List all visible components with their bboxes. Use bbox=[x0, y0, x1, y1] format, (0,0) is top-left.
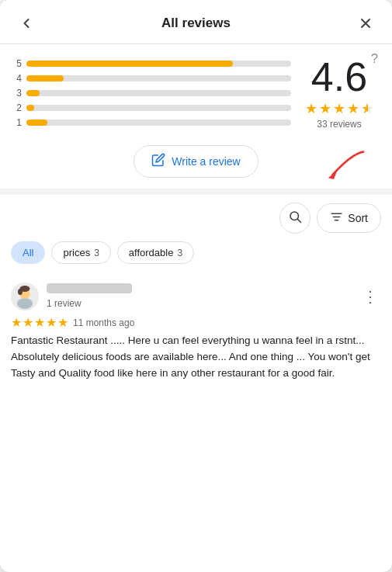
reviewer-sub: 1 review bbox=[47, 298, 82, 309]
score-stars: ★ ★ ★ ★ ★ ★ bbox=[305, 100, 373, 117]
avatar bbox=[11, 283, 39, 310]
write-review-button[interactable]: Write a review bbox=[134, 145, 258, 178]
sort-icon bbox=[330, 210, 343, 226]
svg-point-12 bbox=[18, 289, 23, 295]
bar-row-2: 2 bbox=[14, 102, 291, 113]
star-4: ★ bbox=[347, 100, 359, 117]
review-item: 1 review ⋮ ★ ★ ★ ★ ★ 11 months ago Fanta… bbox=[11, 276, 381, 388]
bar-track-3 bbox=[26, 90, 291, 96]
close-button[interactable] bbox=[353, 11, 378, 36]
search-icon bbox=[288, 210, 302, 227]
reviewer-name-blurred bbox=[47, 283, 132, 293]
bar-label-5: 5 bbox=[14, 58, 22, 69]
bar-fill-1 bbox=[26, 120, 47, 126]
bar-row-1: 1 bbox=[14, 117, 291, 128]
bar-fill-5 bbox=[26, 61, 233, 67]
star-3: ★ bbox=[333, 100, 345, 117]
r-star-2: ★ bbox=[23, 315, 33, 330]
reviews-count: 33 reviews bbox=[317, 119, 361, 130]
svg-point-9 bbox=[17, 298, 33, 309]
sort-label: Sort bbox=[348, 212, 368, 224]
chip-label-affordable: affordable bbox=[129, 247, 174, 258]
r-star-5: ★ bbox=[57, 315, 68, 330]
bar-track-2 bbox=[26, 105, 291, 111]
star-1: ★ bbox=[305, 100, 317, 117]
write-review-label: Write a review bbox=[172, 155, 240, 168]
filter-chip-prices[interactable]: prices 3 bbox=[51, 241, 110, 264]
review-text: Fantastic Restaurant ..... Here u can fe… bbox=[11, 333, 381, 382]
filter-chips: All prices 3 affordable 3 bbox=[0, 238, 392, 272]
sort-button[interactable]: Sort bbox=[317, 203, 381, 233]
score-column: 4.6 ★ ★ ★ ★ ★ ★ 33 reviews bbox=[300, 57, 378, 130]
review-list: 1 review ⋮ ★ ★ ★ ★ ★ 11 months ago Fanta… bbox=[0, 272, 392, 396]
bar-label-4: 4 bbox=[14, 73, 22, 84]
chip-count-affordable: 3 bbox=[177, 248, 182, 258]
svg-marker-2 bbox=[328, 171, 338, 179]
page-title: All reviews bbox=[161, 16, 231, 31]
search-button[interactable] bbox=[279, 203, 310, 234]
r-star-1: ★ bbox=[11, 315, 22, 330]
r-star-3: ★ bbox=[34, 315, 45, 330]
reviewer-row: 1 review ⋮ bbox=[11, 283, 381, 310]
bar-fill-3 bbox=[26, 90, 40, 96]
arrow-annotation bbox=[310, 148, 372, 190]
star-2: ★ bbox=[319, 100, 331, 117]
bar-track-4 bbox=[26, 75, 291, 81]
search-sort-row: Sort bbox=[0, 195, 392, 238]
bar-label-2: 2 bbox=[14, 102, 22, 113]
review-menu-button[interactable]: ⋮ bbox=[359, 284, 381, 309]
header: All reviews bbox=[0, 0, 392, 43]
bar-row-3: 3 bbox=[14, 88, 291, 99]
back-button[interactable] bbox=[14, 11, 39, 36]
score-value: 4.6 bbox=[311, 57, 367, 97]
chip-count-prices: 3 bbox=[94, 248, 99, 258]
bar-fill-4 bbox=[26, 75, 64, 81]
star-half: ★ ★ bbox=[361, 100, 373, 117]
filter-chip-all[interactable]: All bbox=[11, 241, 45, 264]
review-stars-row: ★ ★ ★ ★ ★ 11 months ago bbox=[11, 315, 381, 330]
write-icon bbox=[151, 153, 165, 170]
bar-label-3: 3 bbox=[14, 88, 22, 99]
bar-track-1 bbox=[26, 120, 291, 126]
rating-section: ? 5 4 3 2 bbox=[0, 44, 392, 137]
bar-row-5: 5 bbox=[14, 58, 291, 69]
filter-chip-affordable[interactable]: affordable 3 bbox=[117, 241, 194, 264]
review-stars: ★ ★ ★ ★ ★ bbox=[11, 315, 68, 330]
bar-label-1: 1 bbox=[14, 117, 22, 128]
bar-track-5 bbox=[26, 61, 291, 67]
bar-row-4: 4 bbox=[14, 73, 291, 84]
bar-fill-2 bbox=[26, 105, 34, 111]
rating-bars: 5 4 3 2 bbox=[14, 57, 291, 130]
write-review-section: Write a review bbox=[0, 137, 392, 189]
review-time: 11 months ago bbox=[73, 317, 134, 328]
reviewer-info: 1 review bbox=[47, 283, 352, 310]
chip-label-prices: prices bbox=[63, 247, 90, 258]
chip-label-all: All bbox=[23, 247, 33, 258]
help-icon[interactable]: ? bbox=[371, 52, 378, 66]
app-container: All reviews ? 5 4 bbox=[0, 0, 392, 572]
r-star-4: ★ bbox=[46, 315, 57, 330]
svg-line-4 bbox=[298, 219, 301, 222]
